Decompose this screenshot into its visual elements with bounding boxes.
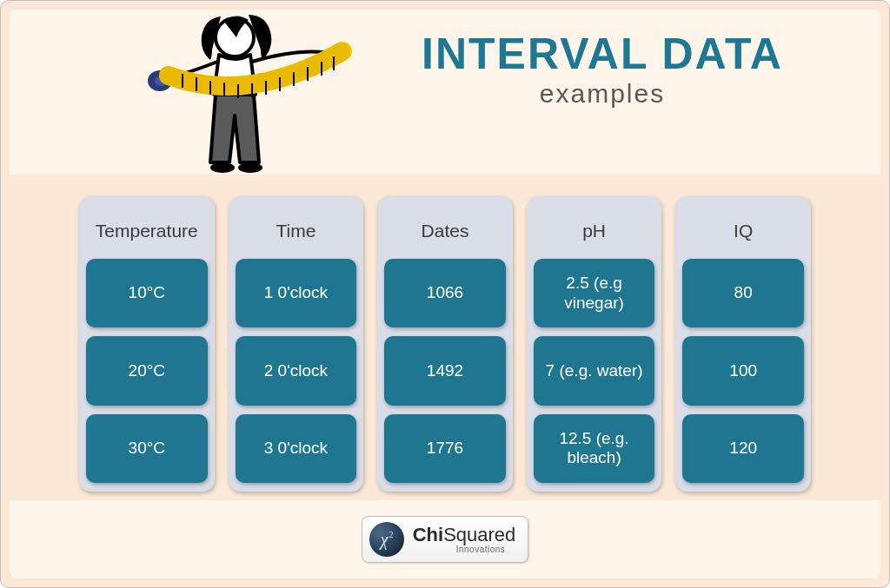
value-cell: 2.5 (e.g vinegar)	[534, 259, 655, 327]
person-measuring-tape-illustration	[144, 1, 353, 183]
column-iq: IQ 80 100 120	[675, 196, 811, 492]
column-cells: 80 100 120	[682, 259, 804, 483]
column-header: Time	[236, 203, 357, 259]
logo-text: ChiSquared Innovations	[413, 525, 516, 554]
columns-container: Temperature 10°C 20°C 30°C Time 1 0'cloc…	[79, 196, 811, 492]
value-cell: 1492	[384, 336, 506, 405]
value-cell: 2 0'clock	[236, 336, 357, 405]
chisquared-logo: χ2 ChiSquared Innovations	[362, 516, 529, 563]
column-cells: 10°C 20°C 30°C	[86, 259, 208, 483]
column-ph: pH 2.5 (e.g vinegar) 7 (e.g. water) 12.5…	[527, 196, 662, 492]
logo-name-rest: Squared	[443, 524, 515, 545]
value-cell: 1 0'clock	[236, 259, 357, 327]
slide-canvas: INTERVAL DATA examples Temperature 10°C …	[0, 0, 890, 588]
value-cell: 12.5 (e.g. bleach)	[534, 414, 655, 483]
value-cell: 120	[682, 414, 804, 483]
column-header: IQ	[682, 203, 804, 259]
footer-band: χ2 ChiSquared Innovations	[10, 500, 880, 578]
value-cell: 1066	[384, 259, 506, 327]
page-subtitle: examples	[376, 79, 828, 109]
value-cell: 3 0'clock	[236, 414, 357, 483]
logo-mark-sup: 2	[389, 530, 394, 539]
logo-mark-chi: χ	[381, 530, 389, 550]
value-cell: 7 (e.g. water)	[534, 336, 655, 405]
column-header: Temperature	[86, 203, 208, 259]
logo-tagline: Innovations	[456, 545, 516, 554]
value-cell: 20°C	[86, 336, 208, 405]
column-temperature: Temperature 10°C 20°C 30°C	[79, 196, 215, 492]
logo-name-strong: Chi	[413, 524, 443, 545]
chi-squared-mark-icon: χ2	[369, 522, 404, 557]
column-cells: 2.5 (e.g vinegar) 7 (e.g. water) 12.5 (e…	[534, 259, 655, 483]
value-cell: 80	[682, 259, 804, 327]
column-cells: 1 0'clock 2 0'clock 3 0'clock	[236, 259, 357, 483]
column-time: Time 1 0'clock 2 0'clock 3 0'clock	[229, 196, 364, 492]
column-header: pH	[534, 203, 655, 259]
column-cells: 1066 1492 1776	[384, 259, 506, 483]
value-cell: 1776	[384, 414, 506, 483]
value-cell: 100	[682, 336, 804, 405]
column-dates: Dates 1066 1492 1776	[377, 196, 513, 492]
value-cell: 10°C	[86, 259, 208, 327]
value-cell: 30°C	[86, 414, 208, 483]
page-title: INTERVAL DATA	[376, 31, 828, 77]
title-block: INTERVAL DATA examples	[376, 31, 828, 109]
svg-point-2	[238, 162, 262, 173]
svg-point-1	[210, 162, 235, 173]
column-header: Dates	[384, 203, 506, 259]
